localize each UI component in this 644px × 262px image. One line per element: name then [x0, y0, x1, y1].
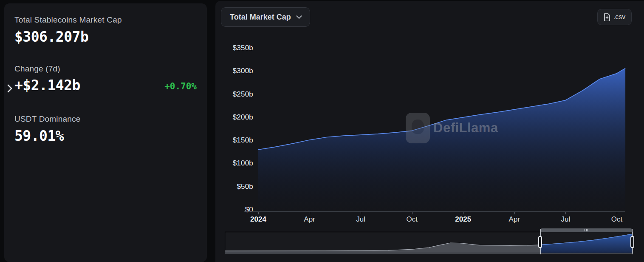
x-axis-tick [361, 212, 361, 214]
x-axis-tick-label: Jul [561, 215, 571, 224]
x-axis-tick-label: Oct [406, 215, 417, 224]
chevron-down-icon [296, 15, 302, 19]
stablecoins-dashboard: Total Stablecoins Market Cap $306.207b C… [0, 0, 644, 262]
chart-panel: Total Market Cap .csv $350b$300b$250b$20… [215, 1, 644, 262]
brush-right-handle[interactable] [630, 236, 634, 248]
defillama-watermark-text: DefiLlama [433, 120, 498, 136]
file-download-icon [604, 13, 610, 21]
brush-drag-bar[interactable] [540, 228, 632, 232]
timeline-brush[interactable] [225, 232, 633, 253]
csv-button-label: .csv [613, 13, 625, 21]
metric-dropdown[interactable]: Total Market Cap [221, 7, 310, 27]
defillama-watermark: DefiLlama [406, 113, 498, 143]
usdt-dominance-label: USDT Dominance [14, 114, 81, 124]
x-axis-tick-label: 2025 [455, 215, 471, 224]
usdt-dominance-stat: USDT Dominance 59.01% [14, 114, 81, 144]
x-axis-line [244, 211, 625, 212]
x-axis-tick [514, 212, 515, 214]
x-axis-tick [258, 212, 259, 214]
x-axis-tick-label: Apr [304, 215, 315, 224]
total-mcap-stat: Total Stablecoins Market Cap $306.207b [14, 15, 122, 45]
total-mcap-label: Total Stablecoins Market Cap [14, 15, 122, 25]
chevron-right-icon [7, 84, 13, 93]
y-axis-tick-label: $300b [219, 67, 253, 75]
x-axis-tick-label: Oct [611, 215, 622, 224]
y-axis-tick-label: $50b [219, 182, 253, 191]
y-axis-tick-label: $0 [219, 205, 253, 214]
change-7d-label: Change (7d) [14, 64, 197, 74]
change-7d-percent: +0.70% [164, 81, 197, 94]
csv-download-button[interactable]: .csv [597, 9, 632, 25]
y-axis-tick-label: $200b [219, 113, 253, 122]
y-axis-tick-label: $100b [219, 159, 253, 168]
metric-dropdown-label: Total Market Cap [230, 13, 291, 22]
y-axis-tick-label: $250b [219, 90, 253, 99]
market-cap-area-chart[interactable] [215, 1, 644, 262]
x-axis-tick-label: Apr [509, 215, 520, 224]
stats-panel: Total Stablecoins Market Cap $306.207b C… [4, 3, 207, 262]
x-axis-tick [310, 212, 310, 214]
x-axis-tick [463, 212, 463, 214]
brush-left-handle[interactable] [538, 236, 542, 248]
defillama-llama-icon [406, 113, 430, 143]
y-axis-tick-label: $350b [219, 44, 253, 52]
y-axis-tick-label: $150b [219, 136, 253, 145]
x-axis-tick [617, 212, 617, 214]
total-mcap-value: $306.207b [14, 28, 122, 45]
x-axis-tick-label: Jul [356, 215, 365, 224]
change-7d-stat: Change (7d) +$2.142b +0.70% [14, 64, 197, 94]
x-axis-tick [412, 212, 412, 214]
change-7d-value: +$2.142b [14, 77, 80, 94]
x-axis-tick-label: 2024 [250, 215, 266, 224]
x-axis-tick [565, 212, 566, 214]
usdt-dominance-value: 59.01% [14, 128, 81, 144]
